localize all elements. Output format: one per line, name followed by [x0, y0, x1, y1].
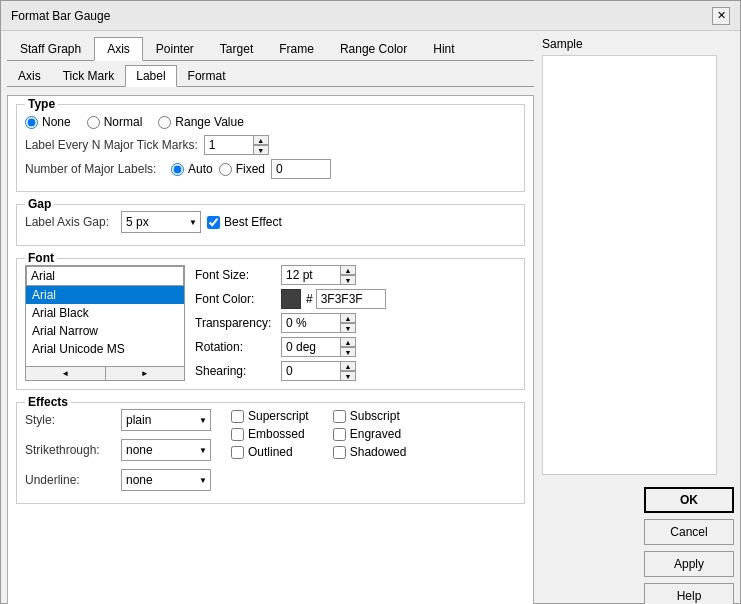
window-title: Format Bar Gauge — [11, 9, 110, 23]
shearing-down[interactable]: ▼ — [340, 371, 356, 381]
embossed-input[interactable] — [231, 428, 244, 441]
font-list-item-arial-narrow[interactable]: Arial Narrow — [26, 322, 184, 340]
superscript-input[interactable] — [231, 410, 244, 423]
radio-none-input[interactable] — [25, 116, 38, 129]
effects-dropdowns: Style: plain bold italic bold italic ▼ — [25, 409, 211, 495]
font-size-up[interactable]: ▲ — [340, 265, 356, 275]
transparency-input[interactable] — [281, 313, 341, 333]
font-color-swatch[interactable] — [281, 289, 301, 309]
shadowed-checkbox[interactable]: Shadowed — [333, 445, 407, 459]
effects-section: Effects Style: plain bold italic — [16, 402, 525, 504]
tab-staff-graph[interactable]: Staff Graph — [7, 37, 94, 60]
label-every-down[interactable]: ▼ — [253, 145, 269, 155]
underline-select[interactable]: none single double — [121, 469, 211, 491]
font-size-input[interactable] — [281, 265, 341, 285]
transparency-down[interactable]: ▼ — [340, 323, 356, 333]
shadowed-label: Shadowed — [350, 445, 407, 459]
embossed-checkbox[interactable]: Embossed — [231, 427, 309, 441]
fixed-value-input[interactable] — [271, 159, 331, 179]
label-every-input[interactable]: 1 — [204, 135, 254, 155]
tab-frame[interactable]: Frame — [266, 37, 327, 60]
radio-normal[interactable]: Normal — [87, 115, 143, 129]
number-of-major-row: Number of Major Labels: Auto Fixed — [25, 159, 516, 179]
font-list-scroll-right[interactable]: ► — [106, 367, 185, 380]
font-list-scroll-left[interactable]: ◄ — [26, 367, 106, 380]
radio-fixed-label: Fixed — [236, 162, 265, 176]
shadowed-input[interactable] — [333, 446, 346, 459]
font-size-down[interactable]: ▼ — [340, 275, 356, 285]
radio-range-value-input[interactable] — [158, 116, 171, 129]
style-row: Style: plain bold italic bold italic ▼ — [25, 409, 211, 431]
apply-button[interactable]: Apply — [644, 551, 734, 577]
shearing-up[interactable]: ▲ — [340, 361, 356, 371]
strikethrough-label: Strikethrough: — [25, 443, 115, 457]
subscript-checkbox[interactable]: Subscript — [333, 409, 407, 423]
style-select[interactable]: plain bold italic bold italic — [121, 409, 211, 431]
radio-fixed-input[interactable] — [219, 163, 232, 176]
help-button[interactable]: Help — [644, 583, 734, 604]
radio-auto[interactable]: Auto — [171, 162, 213, 176]
rotation-down[interactable]: ▼ — [340, 347, 356, 357]
cancel-button[interactable]: Cancel — [644, 519, 734, 545]
sample-area — [542, 55, 717, 475]
tab-range-color[interactable]: Range Color — [327, 37, 420, 60]
outlined-input[interactable] — [231, 446, 244, 459]
font-color-input[interactable] — [316, 289, 386, 309]
engraved-input[interactable] — [333, 428, 346, 441]
strikethrough-select[interactable]: none single double — [121, 439, 211, 461]
best-effect-checkbox[interactable]: Best Effect — [207, 215, 282, 229]
outlined-checkbox[interactable]: Outlined — [231, 445, 309, 459]
label-every-spinner-btns: ▲ ▼ — [253, 135, 269, 155]
rotation-up[interactable]: ▲ — [340, 337, 356, 347]
tab-pointer[interactable]: Pointer — [143, 37, 207, 60]
radio-fixed[interactable]: Fixed — [219, 162, 265, 176]
content-area: Staff Graph Axis Pointer Target Frame Ra… — [1, 31, 740, 604]
type-section-title: Type — [25, 97, 58, 111]
superscript-checkbox[interactable]: Superscript — [231, 409, 309, 423]
best-effect-input[interactable] — [207, 216, 220, 229]
main-content: Type None Normal Range Value — [7, 95, 534, 604]
radio-range-value[interactable]: Range Value — [158, 115, 244, 129]
right-panel: Sample OK Cancel Apply Help — [534, 37, 734, 604]
transparency-spinner-btns: ▲ ▼ — [340, 313, 356, 333]
radio-normal-label: Normal — [104, 115, 143, 129]
radio-auto-input[interactable] — [171, 163, 184, 176]
font-list-item-arial-unicode[interactable]: Arial Unicode MS — [26, 340, 184, 358]
color-hash: # — [306, 292, 313, 306]
font-list-scroll[interactable]: Arial Arial Black Arial Narrow Arial Uni… — [26, 286, 184, 366]
label-every-up[interactable]: ▲ — [253, 135, 269, 145]
tab-hint[interactable]: Hint — [420, 37, 467, 60]
font-size-label: Font Size: — [195, 268, 275, 282]
engraved-label: Engraved — [350, 427, 401, 441]
radio-none-label: None — [42, 115, 71, 129]
shearing-input[interactable] — [281, 361, 341, 381]
ok-button[interactable]: OK — [644, 487, 734, 513]
rotation-spinner: ▲ ▼ — [281, 337, 356, 357]
label-every-label: Label Every N Major Tick Marks: — [25, 138, 198, 152]
font-color-row: Font Color: # — [195, 289, 516, 309]
rotation-input[interactable] — [281, 337, 341, 357]
radio-auto-label: Auto — [188, 162, 213, 176]
transparency-up[interactable]: ▲ — [340, 313, 356, 323]
inner-tab-label[interactable]: Label — [125, 65, 176, 87]
radio-normal-input[interactable] — [87, 116, 100, 129]
radio-none[interactable]: None — [25, 115, 71, 129]
font-list-item-arial[interactable]: Arial — [26, 286, 184, 304]
engraved-checkbox[interactable]: Engraved — [333, 427, 407, 441]
inner-tab-format[interactable]: Format — [177, 65, 237, 86]
gap-select[interactable]: 5 px 10 px 15 px — [121, 211, 201, 233]
subscript-input[interactable] — [333, 410, 346, 423]
tab-target[interactable]: Target — [207, 37, 266, 60]
font-name-input[interactable] — [26, 266, 184, 286]
radio-range-value-label: Range Value — [175, 115, 244, 129]
tab-axis[interactable]: Axis — [94, 37, 143, 61]
close-button[interactable]: ✕ — [712, 7, 730, 25]
style-select-wrap: plain bold italic bold italic ▼ — [121, 409, 211, 431]
type-radio-group: None Normal Range Value — [25, 115, 516, 129]
label-every-spinner: 1 ▲ ▼ — [204, 135, 269, 155]
font-list-item-arial-black[interactable]: Arial Black — [26, 304, 184, 322]
inner-tab-tick-mark[interactable]: Tick Mark — [52, 65, 126, 86]
inner-tab-axis[interactable]: Axis — [7, 65, 52, 86]
underline-label: Underline: — [25, 473, 115, 487]
gap-section: Gap Label Axis Gap: 5 px 10 px 15 px ▼ — [16, 204, 525, 246]
